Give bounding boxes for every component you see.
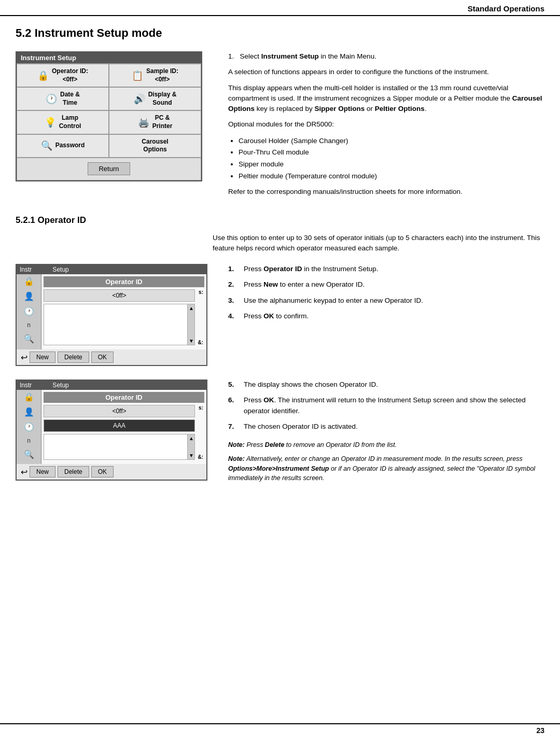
screen2-inner: 🔒 👤 🕐 n 🔍 Operator ID <0ff> AAA [17,390,206,464]
operator-icon: 🔒 [37,71,49,80]
sample-icon: 📋 [132,71,143,80]
sidebar-icon-4: n [27,321,31,329]
sidebar-icon-1: 🔒 [24,276,34,286]
steps1-col: 1. Press Operator ID in the Instrument S… [228,264,544,369]
new-button-2[interactable]: New [30,466,55,477]
sample-label: Sample ID:<0ff> [146,67,178,83]
step-4: 4. Press OK to confirm. [228,311,544,321]
bullet-item-2: Pour-Thru Cell module [239,147,544,159]
delete-button-1[interactable]: Delete [58,352,89,363]
step-2-text: Press New to enter a new Operator ID. [244,279,365,290]
screen2-item1: <0ff> [44,405,195,417]
screen2-main: Operator ID <0ff> AAA ▲ ▼ s: &: [41,390,206,464]
page-number: 23 [536,726,544,735]
sidebar-icon-3: 🕐 [24,306,34,316]
step-3: 3. Use the alphanumeric keypad to enter … [228,296,544,306]
screen2-item2-selected: AAA [44,419,195,432]
cell-pc-printer[interactable]: 🖨️ PC &Printer [109,110,201,134]
screen1-header-left: Instrument Setup [20,266,69,273]
step-2-bold: New [263,280,278,288]
right2-label-s: s: [199,405,203,411]
step-3-num: 3. [228,296,240,306]
screen2-mockup: Instrument Setup 🔒 👤 🕐 n 🔍 Operator ID [16,379,207,481]
note-2: Note: Alternatively, enter or change an … [228,454,544,483]
scroll2-down-arrow[interactable]: ▼ [188,452,194,459]
para1-bold: Instrument Setup [261,52,319,60]
screen1-section: Instrument Setup 🔒 👤 🕐 n 🔍 Operator ID [16,264,544,369]
sound-icon: 🔊 [134,94,145,104]
optional-modules-label: Optional modules for the DR5000: [228,119,544,130]
sipper-options-bold: Sipper Options [315,105,365,113]
password-icon: 🔍 [41,141,52,150]
sidebar2-icon-2: 👤 [24,407,34,417]
bullet-list: Carousel Holder (Sample Changer) Pour-Th… [239,135,544,183]
header-bar: Standard Operations [0,0,560,16]
cell-sample-id[interactable]: 📋 Sample ID:<0ff> [109,64,201,87]
note-2-label: Note: [228,455,245,462]
back-button-1[interactable]: ↩ [21,353,27,362]
para1-suffix: in the Main Menu. [321,52,376,60]
sidebar-icon-5: 🔍 [24,334,34,344]
ok-button-2[interactable]: OK [91,466,114,477]
step-6-num: 6. [228,395,240,416]
carousel-label: CarouselOptions [142,138,168,154]
password-label: Password [55,142,85,150]
intro-section: Instrument Setup 🔒 Operator ID:<0ff> 📋 S… [16,51,544,203]
para3: This display appears when the multi-cell… [228,83,544,115]
bullet-item-1: Carousel Holder (Sample Changer) [239,135,544,147]
step-7: 7. The chosen Operator ID is activated. [228,421,544,432]
para1: 1. Select Instrument Setup in the Main M… [228,51,544,62]
bottom-border [0,723,560,724]
scroll-up-arrow[interactable]: ▲ [188,304,194,312]
step-4-text: Press OK to confirm. [244,311,309,321]
screen1-col: Instrument Setup 🔒 👤 🕐 n 🔍 Operator ID [16,264,213,369]
screen2-bottom: ↩ New Delete OK [17,464,206,480]
step-7-text: The chosen Operator ID is activated. [244,421,358,432]
step-2-num: 2. [228,279,240,290]
subsection-intro: Use this option to enter up to 30 sets o… [213,233,544,254]
step-6-bold: OK [263,396,274,404]
note-1-delete-bold: Delete [265,441,285,448]
cell-display-sound[interactable]: 🔊 Display &Sound [109,87,201,110]
screen1-title: Operator ID [44,276,204,287]
steps-list-2: 5. The display shows the chosen Operator… [228,379,544,432]
screen2-header: Instrument Setup [17,381,206,390]
steps2-col: 5. The display shows the chosen Operator… [228,379,544,487]
screen2-scrollbar[interactable]: ▲ ▼ [187,434,194,459]
ok-button-1[interactable]: OK [91,352,114,363]
screen1-sidebar: 🔒 👤 🕐 n 🔍 [17,274,41,349]
note-2-bold: Options>More>Instrument Setup [228,465,329,472]
para2: A selection of functions appears in orde… [228,67,544,77]
display-sound-label: Display &Sound [148,91,177,107]
return-button[interactable]: Return [88,162,130,175]
page-content: 5.2 Instrument Setup mode Instrument Set… [0,16,560,513]
screen1-list-area: ▲ ▼ [44,304,195,345]
cell-password[interactable]: 🔍 Password [17,134,109,158]
cell-date-time[interactable]: 🕐 Date &Time [17,87,109,110]
cell-operator-id[interactable]: 🔒 Operator ID:<0ff> [17,64,109,87]
scroll2-up-arrow[interactable]: ▲ [188,434,194,442]
operator-label: Operator ID:<0ff> [52,67,88,83]
screen2-title: Operator ID [44,392,204,403]
screen1-scrollbar[interactable]: ▲ ▼ [187,304,194,345]
peltier-options-bold: Peltier Options [375,105,425,113]
note-1-label: Note: [228,441,245,448]
step-7-num: 7. [228,421,240,432]
bullet-item-4: Peltier module (Temperature control modu… [239,171,544,182]
screen1-item1: <0ff> [44,289,195,302]
new-button-1[interactable]: New [30,352,55,363]
delete-button-2[interactable]: Delete [58,466,89,477]
step-5: 5. The display shows the chosen Operator… [228,379,544,390]
scroll-down-arrow[interactable]: ▼ [188,337,194,345]
return-cell: Return [17,158,201,180]
screen2-section: Instrument Setup 🔒 👤 🕐 n 🔍 Operator ID [16,379,544,487]
back-button-2[interactable]: ↩ [21,467,27,477]
instrument-setup-box: Instrument Setup 🔒 Operator ID:<0ff> 📋 S… [16,51,202,181]
cell-carousel[interactable]: CarouselOptions [109,134,201,158]
step-6-text: Press OK. The instrument will return to … [244,395,544,416]
screen2-list-area: ▲ ▼ [44,434,195,460]
cell-lamp-control[interactable]: 💡 LampControl [17,110,109,134]
header-title: Standard Operations [468,4,544,13]
step-6: 6. Press OK. The instrument will return … [228,395,544,416]
screen2-sidebar: 🔒 👤 🕐 n 🔍 [17,390,41,464]
